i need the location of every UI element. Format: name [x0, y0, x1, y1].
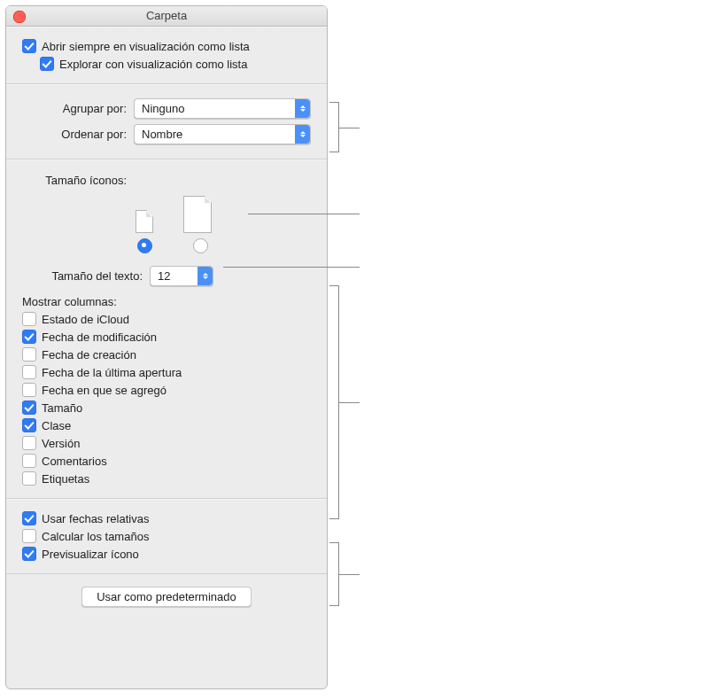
window-title: Carpeta: [146, 9, 187, 22]
column-option-label: Clase: [42, 419, 71, 432]
view-options-window: Carpeta Abrir siempre en visualización c…: [5, 5, 328, 689]
relative-dates-row[interactable]: Usar fechas relativas: [22, 511, 311, 525]
titlebar: Carpeta: [6, 6, 327, 27]
close-window-button[interactable]: [13, 11, 26, 23]
column-option-row[interactable]: Fecha de creación: [22, 347, 311, 362]
footer: Usar como predeterminado: [6, 574, 327, 618]
column-option-checkbox[interactable]: [22, 312, 36, 326]
page-icon: [136, 210, 153, 233]
column-option-row[interactable]: Clase: [22, 418, 311, 432]
group-by-label: Agrupar por:: [22, 102, 134, 115]
column-option-row[interactable]: Fecha de modificación: [22, 330, 311, 344]
text-size-select[interactable]: 12: [150, 266, 213, 286]
callout-bracket: [329, 542, 339, 606]
browse-as-list-row[interactable]: Explorar con visualización como lista: [40, 57, 311, 71]
sort-by-label: Ordenar por:: [22, 128, 134, 141]
page-icon: [183, 196, 212, 233]
icon-size-large-radio[interactable]: [193, 238, 208, 253]
callout-line: [223, 267, 360, 268]
icon-preview-label: Previsualizar ícono: [42, 548, 139, 561]
text-size-label: Tamaño del texto:: [22, 269, 150, 283]
callout-bracket: [329, 102, 339, 152]
icon-size-label: Tamaño íconos:: [22, 174, 134, 191]
always-open-as-list-label: Abrir siempre en visualización como list…: [42, 40, 250, 53]
icon-size-small-radio[interactable]: [137, 238, 152, 253]
column-option-label: Fecha en que se agregó: [42, 384, 167, 397]
column-option-row[interactable]: Estado de iCloud: [22, 312, 311, 326]
column-option-checkbox[interactable]: [22, 418, 36, 432]
column-option-row[interactable]: Fecha de la última apertura: [22, 365, 311, 379]
column-option-label: Tamaño: [42, 401, 82, 415]
column-option-label: Fecha de la última apertura: [42, 366, 182, 379]
sort-by-select[interactable]: Nombre: [134, 124, 311, 144]
updown-icon: [295, 125, 310, 144]
column-option-row[interactable]: Versión: [22, 436, 311, 450]
column-option-checkbox[interactable]: [22, 471, 36, 486]
calc-sizes-label: Calcular los tamaños: [42, 530, 149, 543]
always-open-as-list-checkbox[interactable]: [22, 39, 36, 53]
column-option-label: Etiquetas: [42, 472, 89, 486]
calc-sizes-checkbox[interactable]: [22, 529, 36, 543]
column-option-label: Versión: [42, 437, 80, 450]
column-option-row[interactable]: Comentarios: [22, 454, 311, 468]
sort-by-value: Nombre: [135, 128, 295, 141]
icon-preview-checkbox[interactable]: [22, 547, 36, 561]
show-columns-list: Estado de iCloudFecha de modificaciónFec…: [22, 312, 311, 486]
text-size-value: 12: [151, 269, 197, 283]
column-option-label: Estado de iCloud: [42, 313, 129, 326]
column-option-checkbox[interactable]: [22, 347, 36, 362]
column-option-row[interactable]: Tamaño: [22, 401, 311, 415]
column-option-checkbox[interactable]: [22, 330, 36, 344]
column-option-checkbox[interactable]: [22, 436, 36, 450]
show-columns-heading: Mostrar columnas:: [22, 295, 311, 308]
column-option-label: Fecha de creación: [42, 348, 136, 362]
column-option-label: Fecha de modificación: [42, 331, 157, 344]
updown-icon: [197, 267, 213, 285]
icon-preview-row[interactable]: Previsualizar ícono: [22, 547, 311, 561]
column-option-label: Comentarios: [42, 455, 107, 468]
column-option-checkbox[interactable]: [22, 401, 36, 415]
section-view-mode: Abrir siempre en visualización como list…: [6, 27, 327, 84]
browse-as-list-checkbox[interactable]: [40, 57, 54, 71]
updown-icon: [295, 99, 310, 118]
relative-dates-label: Usar fechas relativas: [42, 512, 149, 525]
callout-line: [248, 214, 360, 214]
section-misc: Usar fechas relativas Calcular los tamañ…: [6, 499, 327, 574]
group-by-value: Ninguno: [135, 102, 295, 115]
browse-as-list-label: Explorar con visualización como lista: [59, 58, 247, 71]
column-option-checkbox[interactable]: [22, 383, 36, 397]
column-option-row[interactable]: Etiquetas: [22, 471, 311, 486]
column-option-checkbox[interactable]: [22, 365, 36, 379]
section-group-sort: Agrupar por: Ninguno Ordenar por: Nombre: [6, 84, 327, 159]
relative-dates-checkbox[interactable]: [22, 511, 36, 525]
always-open-as-list-row[interactable]: Abrir siempre en visualización como list…: [22, 39, 311, 53]
column-option-checkbox[interactable]: [22, 454, 36, 468]
column-option-row[interactable]: Fecha en que se agregó: [22, 383, 311, 397]
calc-sizes-row[interactable]: Calcular los tamaños: [22, 529, 311, 543]
use-as-default-button[interactable]: Usar como predeterminado: [81, 587, 252, 607]
section-appearance: Tamaño íconos: Tamaño del texto: 12: [6, 159, 327, 499]
group-by-select[interactable]: Ninguno: [134, 98, 311, 119]
callout-bracket: [329, 285, 339, 519]
